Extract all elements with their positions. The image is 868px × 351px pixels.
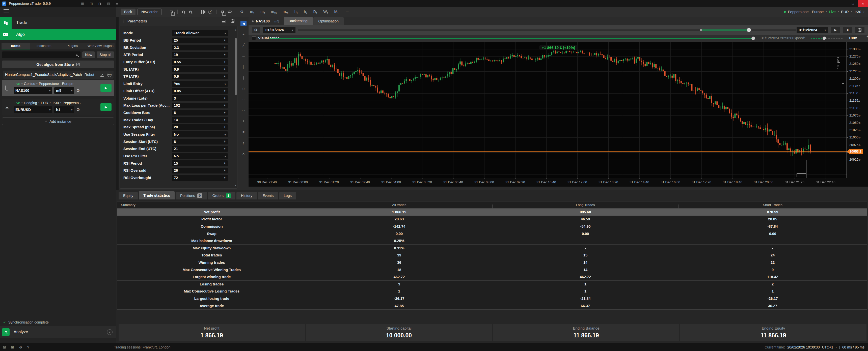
add-instance-button[interactable]: + Add instance bbox=[2, 118, 114, 125]
param-select[interactable]: No▾ bbox=[172, 131, 228, 137]
table-row[interactable]: Commission-142.74-54.90-87.84 bbox=[117, 223, 867, 230]
chart-type-icon[interactable] bbox=[200, 10, 206, 13]
price-axis[interactable]: 20925.020950.020975.021000.021025.021050… bbox=[846, 42, 868, 178]
scroll-down-icon[interactable]: ▼ bbox=[235, 184, 237, 187]
table-row[interactable]: Profit factor28.6346.5920.05 bbox=[117, 216, 867, 223]
start-instance-button[interactable]: ▶ bbox=[100, 103, 112, 111]
tab-events[interactable]: Events bbox=[258, 192, 278, 199]
table-row[interactable]: Winning trades361422 bbox=[117, 259, 867, 266]
table-row[interactable]: Average trade47.8566.3736.27 bbox=[117, 302, 867, 310]
timeframe-select[interactable]: h1▾ bbox=[54, 106, 74, 113]
tab-equity[interactable]: Equity bbox=[119, 192, 138, 199]
stop-backtest-button[interactable]: ■ bbox=[843, 27, 852, 33]
instance-card[interactable]: ☁Live•Hedging•EUR•1:30•Peppersto ▾EURUSD… bbox=[2, 99, 114, 116]
param-select[interactable]: TrendFollower▾ bbox=[172, 30, 228, 36]
ellipse-icon[interactable]: ○ bbox=[241, 97, 247, 102]
table-row[interactable]: Total trades391524 bbox=[117, 252, 867, 259]
start-date-select[interactable]: 01/01/2024 ▾ bbox=[263, 27, 296, 33]
search-input[interactable] bbox=[2, 52, 81, 58]
play-backtest-button[interactable]: ▶ bbox=[831, 27, 840, 33]
sidebar-tab-plugins[interactable]: Plugins bbox=[58, 43, 86, 50]
objects-icon[interactable] bbox=[220, 10, 225, 13]
timezone-select[interactable]: UTC+1 bbox=[822, 345, 833, 349]
layout-icon[interactable] bbox=[169, 10, 174, 13]
tab-history[interactable]: History bbox=[237, 192, 257, 199]
sidebar-item-algo[interactable]: Algo bbox=[0, 29, 116, 40]
rectangle-icon[interactable]: ▭ bbox=[241, 107, 247, 113]
range-slider-knob[interactable] bbox=[747, 28, 751, 32]
param-number-input[interactable]: 72▲▼ bbox=[172, 175, 228, 181]
param-number-input[interactable]: 20▲▼ bbox=[172, 124, 228, 130]
speed-slider[interactable] bbox=[811, 38, 843, 39]
load-parameters-icon[interactable] bbox=[222, 20, 226, 23]
chart-settings-icon[interactable]: ⚙ bbox=[240, 9, 245, 14]
param-number-input[interactable]: 0.9▲▼ bbox=[172, 74, 228, 79]
new-cbot-button[interactable]: New bbox=[82, 52, 95, 58]
csharp-icon[interactable]: C# bbox=[107, 73, 112, 77]
get-algos-store-button[interactable]: Get algos from Store ↗ bbox=[2, 61, 114, 68]
sidebar-tab-cbots[interactable]: cBots bbox=[1, 43, 30, 50]
param-select[interactable]: Yes▾ bbox=[172, 81, 228, 87]
horizontal-line-icon[interactable]: ─ bbox=[241, 53, 247, 59]
timeframe-button-m30[interactable]: m30 bbox=[283, 9, 288, 14]
table-row[interactable]: Max balance drawdown0.25%-- bbox=[117, 237, 867, 245]
tab-trade-statistics[interactable]: Trade statistics bbox=[139, 191, 175, 199]
text-tool-icon[interactable]: T bbox=[241, 118, 247, 124]
sidebar-tab-indicators[interactable]: Indicators bbox=[30, 43, 58, 50]
table-row[interactable]: Max equity drawdown0.31%-- bbox=[117, 245, 867, 252]
crosshair-icon[interactable]: + bbox=[241, 32, 247, 37]
help-icon[interactable]: ? bbox=[27, 345, 29, 349]
backtest-settings-icon[interactable]: ⚙ bbox=[252, 27, 260, 33]
function-icon[interactable]: ƒ bbox=[241, 140, 247, 146]
symbol-select[interactable]: EURUSD▾ bbox=[13, 106, 52, 113]
parameters-scrollbar[interactable]: ▲ ▼ bbox=[235, 29, 237, 187]
param-number-input[interactable]: 21▲▼ bbox=[172, 146, 228, 152]
param-number-input[interactable]: 19▲▼ bbox=[172, 52, 228, 58]
back-button[interactable]: Back bbox=[121, 8, 135, 15]
close-button[interactable]: × bbox=[858, 0, 868, 7]
time-axis[interactable]: 30 Dec 21:4031 Dec 00:0031 Dec 01:2031 D… bbox=[249, 178, 868, 187]
tab-backtesting[interactable]: Backtesting bbox=[284, 17, 313, 25]
table-row[interactable]: Largest winning trade462.72462.72118.42 bbox=[117, 273, 867, 281]
param-select[interactable]: No▾ bbox=[172, 153, 228, 159]
scroll-up-icon[interactable]: ▲ bbox=[235, 29, 237, 31]
candlestick-chart[interactable]: +1 866.19 € (+19%) 100 pips bbox=[249, 42, 846, 178]
timeframe-button-m15[interactable]: m15 bbox=[271, 9, 277, 14]
cbot-list-item[interactable]: HunterCompact1_PseudoStackAdaptive_Patch… bbox=[3, 71, 114, 79]
param-number-input[interactable]: 102▲▼ bbox=[172, 103, 228, 108]
sidebar-item-trade[interactable]: Trade bbox=[0, 17, 116, 29]
instance-settings-icon[interactable]: ⚙ bbox=[76, 107, 80, 113]
instance-card[interactable]: Live•Genius•Pepperstone - EuropeNAS100▾m… bbox=[2, 80, 114, 96]
save-backtest-button[interactable] bbox=[855, 27, 865, 33]
settings-gear-icon[interactable]: ⚙ bbox=[19, 345, 22, 349]
timeframe-button-m5[interactable]: m5 bbox=[260, 9, 265, 14]
tab-orders[interactable]: Orders1 bbox=[208, 192, 236, 199]
collapse-panel-icon[interactable]: ◀ bbox=[241, 21, 247, 26]
param-number-input[interactable]: 25▲▼ bbox=[172, 38, 228, 43]
speed-stepper[interactable]: ▲▼ bbox=[866, 36, 868, 38]
instance-settings-icon[interactable]: ⚙ bbox=[76, 88, 80, 93]
table-row[interactable]: Swap0.000.000.00 bbox=[117, 230, 867, 237]
replay-progress-knob[interactable] bbox=[751, 37, 755, 40]
stop-all-button[interactable]: Stop all bbox=[97, 52, 114, 58]
eye-icon[interactable] bbox=[227, 10, 232, 13]
tab-logs[interactable]: Logs bbox=[279, 192, 296, 199]
zoom-in-icon[interactable]: + bbox=[188, 10, 193, 13]
trendline-icon[interactable]: ╱ bbox=[241, 42, 247, 48]
tab-optimisation[interactable]: Optimisation bbox=[313, 17, 344, 25]
timeframe-button-h1[interactable]: h1 bbox=[294, 9, 298, 14]
param-number-input[interactable]: 6▲▼ bbox=[172, 139, 228, 145]
param-number-input[interactable]: 6▲▼ bbox=[172, 110, 228, 116]
speed-slider-knob[interactable] bbox=[823, 37, 826, 40]
save-parameters-icon[interactable] bbox=[231, 19, 235, 23]
zoom-out-icon[interactable]: − bbox=[181, 10, 186, 13]
table-row[interactable]: Largest losing trade-26.17-21.84-26.17 bbox=[117, 295, 867, 302]
visual-mode-checkbox[interactable] bbox=[252, 36, 256, 40]
param-number-input[interactable]: 0.9▲▼ bbox=[172, 66, 228, 72]
vertical-line-icon[interactable]: │ bbox=[241, 64, 247, 70]
sidebar-item-analyze[interactable]: Analyze ∧ bbox=[0, 326, 116, 338]
remove-objects-icon[interactable]: ✕ bbox=[241, 151, 247, 156]
fibonacci-icon[interactable]: ≡ bbox=[241, 129, 247, 135]
scrollbar-thumb[interactable] bbox=[235, 38, 237, 95]
param-number-input[interactable]: 0.55▲▼ bbox=[172, 59, 228, 65]
